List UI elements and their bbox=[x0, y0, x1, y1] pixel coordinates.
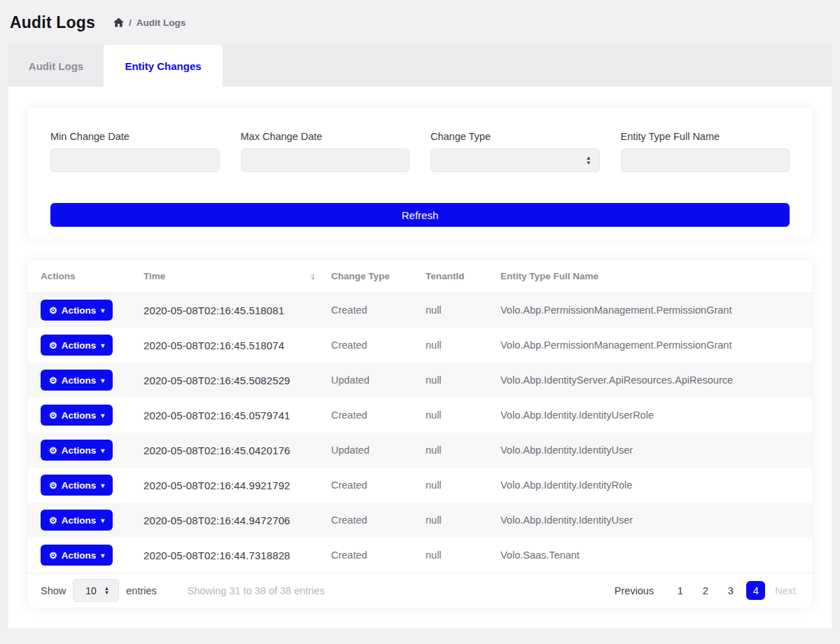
field-max-change-date: Max Change Date bbox=[241, 131, 410, 172]
cell-tenant-id: null bbox=[426, 503, 500, 538]
entity-changes-table: Actions Time ↑↓ Change Type TenantId Ent… bbox=[28, 260, 812, 573]
cell-tenant-id: null bbox=[426, 398, 500, 433]
gear-icon: ⚙ bbox=[49, 550, 57, 561]
cell-entity-type-full-name: Volo.Abp.Identity.IdentityRole bbox=[500, 468, 812, 503]
caret-down-icon: ▾ bbox=[101, 307, 104, 314]
sort-icon[interactable]: ↑↓ bbox=[309, 272, 313, 281]
caret-down-icon: ▾ bbox=[101, 342, 104, 349]
tab-audit-logs[interactable]: Audit Logs bbox=[8, 45, 104, 87]
breadcrumb-current: Audit Logs bbox=[136, 18, 186, 28]
table-row: ⚙ Actions ▾ 2020-05-08T02:16:44.9921792 … bbox=[28, 468, 812, 503]
table-row: ⚙ Actions ▾ 2020-05-08T02:16:45.518081 C… bbox=[28, 293, 812, 328]
row-actions-button[interactable]: ⚙ Actions ▾ bbox=[41, 545, 113, 566]
row-actions-button[interactable]: ⚙ Actions ▾ bbox=[41, 370, 113, 391]
gear-icon: ⚙ bbox=[49, 410, 57, 421]
row-actions-button[interactable]: ⚙ Actions ▾ bbox=[41, 440, 113, 461]
cell-time: 2020-05-08T02:16:45.518081 bbox=[144, 293, 331, 328]
row-actions-label: Actions bbox=[62, 550, 97, 561]
change-type-label: Change Type bbox=[430, 131, 600, 142]
cell-entity-type-full-name: Volo.Saas.Tenant bbox=[500, 538, 812, 573]
row-actions-button[interactable]: ⚙ Actions ▾ bbox=[41, 475, 113, 496]
pagination-page-4[interactable]: 4 bbox=[746, 581, 765, 600]
column-header-actions: Actions bbox=[28, 260, 144, 293]
row-actions-button[interactable]: ⚙ Actions ▾ bbox=[41, 405, 113, 426]
tab-entity-changes[interactable]: Entity Changes bbox=[104, 45, 223, 87]
pagination-page-3[interactable]: 3 bbox=[721, 581, 740, 600]
caret-down-icon: ▾ bbox=[101, 482, 104, 489]
cell-tenant-id: null bbox=[426, 328, 500, 363]
page-title: Audit Logs bbox=[10, 13, 95, 32]
tab-bar: Audit Logs Entity Changes bbox=[8, 45, 832, 87]
cell-change-type: Created bbox=[331, 503, 426, 538]
gear-icon: ⚙ bbox=[49, 305, 57, 316]
gear-icon: ⚙ bbox=[49, 375, 57, 386]
table-row: ⚙ Actions ▾ 2020-05-08T02:16:45.0579741 … bbox=[28, 398, 812, 433]
cell-change-type: Created bbox=[331, 468, 426, 503]
max-change-date-input[interactable] bbox=[241, 148, 410, 172]
cell-tenant-id: null bbox=[426, 293, 500, 328]
caret-down-icon: ▾ bbox=[101, 517, 104, 524]
row-actions-label: Actions bbox=[62, 375, 97, 386]
home-icon[interactable] bbox=[113, 18, 124, 27]
entity-type-full-name-input[interactable] bbox=[621, 148, 790, 172]
page-size-updown-icon: ▲▼ bbox=[104, 586, 109, 595]
cell-time: 2020-05-08T02:16:45.0579741 bbox=[144, 398, 331, 433]
filter-card: Min Change Date Max Change Date Change T… bbox=[28, 108, 812, 239]
table-header-row: Actions Time ↑↓ Change Type TenantId Ent… bbox=[28, 260, 812, 293]
table-row: ⚙ Actions ▾ 2020-05-08T02:16:45.518074 C… bbox=[28, 328, 812, 363]
column-header-time[interactable]: Time ↑↓ bbox=[144, 260, 331, 293]
pagination-previous[interactable]: Previous bbox=[611, 581, 657, 600]
row-actions-label: Actions bbox=[62, 305, 97, 316]
cell-tenant-id: null bbox=[426, 433, 500, 468]
entries-summary: Showing 31 to 38 of 38 entries bbox=[188, 585, 325, 596]
table-row: ⚙ Actions ▾ 2020-05-08T02:16:44.9472706 … bbox=[28, 503, 812, 538]
table-row: ⚙ Actions ▾ 2020-05-08T02:16:44.7318828 … bbox=[28, 538, 812, 573]
min-change-date-input[interactable] bbox=[50, 148, 220, 172]
row-actions-label: Actions bbox=[62, 515, 97, 526]
cell-change-type: Updated bbox=[331, 433, 426, 468]
breadcrumb-separator: / bbox=[129, 18, 132, 28]
cell-change-type: Created bbox=[331, 398, 426, 433]
caret-down-icon: ▾ bbox=[101, 447, 104, 454]
row-actions-button[interactable]: ⚙ Actions ▾ bbox=[41, 510, 113, 531]
row-actions-button[interactable]: ⚙ Actions ▾ bbox=[41, 300, 113, 321]
field-min-change-date: Min Change Date bbox=[50, 131, 220, 172]
column-header-change-type: Change Type bbox=[331, 260, 426, 293]
entity-type-full-name-label: Entity Type Full Name bbox=[621, 131, 790, 142]
page-size-value: 10 bbox=[85, 585, 97, 596]
column-header-entity-type-full-name: Entity Type Full Name bbox=[500, 260, 812, 293]
caret-down-icon: ▾ bbox=[101, 552, 104, 559]
gear-icon: ⚙ bbox=[49, 480, 57, 491]
field-entity-type-full-name: Entity Type Full Name bbox=[621, 131, 790, 172]
cell-entity-type-full-name: Volo.Abp.Identity.IdentityUserRole bbox=[500, 398, 812, 433]
cell-tenant-id: null bbox=[426, 363, 500, 398]
table-footer: Show 10 ▲▼ entries Showing 31 to 38 of 3… bbox=[28, 573, 812, 608]
show-label: Show bbox=[41, 585, 66, 596]
max-change-date-label: Max Change Date bbox=[241, 131, 410, 142]
row-actions-label: Actions bbox=[62, 445, 97, 456]
refresh-button[interactable]: Refresh bbox=[50, 203, 790, 227]
pagination: Previous 1234 Next bbox=[611, 581, 799, 600]
change-type-select[interactable] bbox=[430, 148, 600, 172]
cell-entity-type-full-name: Volo.Abp.Identity.IdentityUser bbox=[500, 433, 812, 468]
cell-time: 2020-05-08T02:16:45.0420176 bbox=[144, 433, 331, 468]
cell-entity-type-full-name: Volo.Abp.Identity.IdentityUser bbox=[500, 503, 812, 538]
pagination-next[interactable]: Next bbox=[771, 581, 799, 600]
table-row: ⚙ Actions ▾ 2020-05-08T02:16:45.5082529 … bbox=[28, 363, 812, 398]
page-header: Audit Logs / Audit Logs bbox=[0, 0, 840, 45]
cell-time: 2020-05-08T02:16:45.5082529 bbox=[144, 363, 331, 398]
cell-entity-type-full-name: Volo.Abp.PermissionManagement.Permission… bbox=[500, 328, 812, 363]
gear-icon: ⚙ bbox=[49, 515, 57, 526]
cell-tenant-id: null bbox=[426, 468, 500, 503]
gear-icon: ⚙ bbox=[49, 445, 57, 456]
row-actions-button[interactable]: ⚙ Actions ▾ bbox=[41, 335, 113, 356]
page-size-select[interactable]: 10 ▲▼ bbox=[73, 579, 119, 602]
cell-entity-type-full-name: Volo.Abp.IdentityServer.ApiResources.Api… bbox=[500, 363, 812, 398]
pagination-page-1[interactable]: 1 bbox=[671, 581, 690, 600]
cell-tenant-id: null bbox=[426, 538, 500, 573]
min-change-date-label: Min Change Date bbox=[50, 131, 220, 142]
caret-down-icon: ▾ bbox=[101, 377, 104, 384]
row-actions-label: Actions bbox=[62, 340, 97, 351]
pagination-page-2[interactable]: 2 bbox=[696, 581, 715, 600]
gear-icon: ⚙ bbox=[49, 340, 57, 351]
